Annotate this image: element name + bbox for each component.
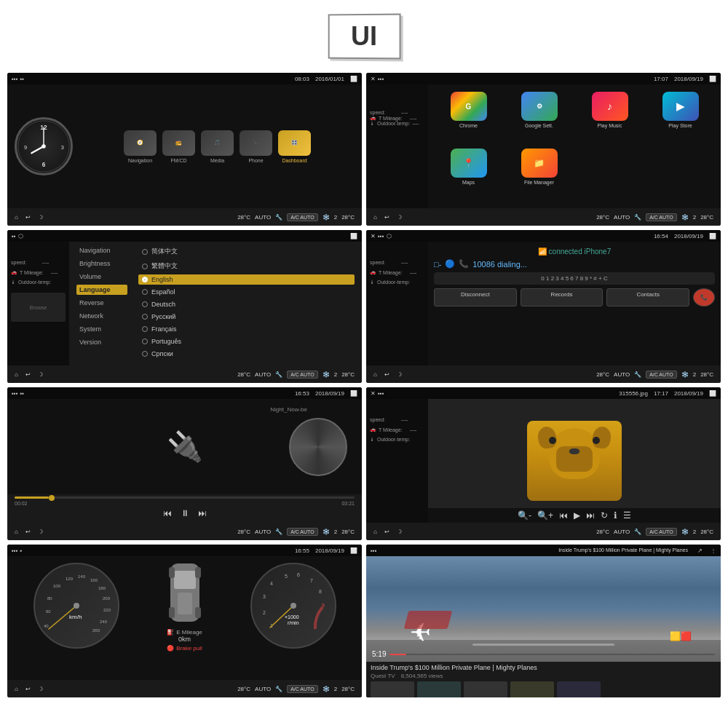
- home-icon-5[interactable]: ⌂: [15, 529, 18, 535]
- music-icon-app[interactable]: ♪ Play Music: [577, 92, 643, 144]
- svg-text:180: 180: [98, 586, 106, 590]
- bottom-bar-2: ⌂ ↩ ☽ 28°C AUTO 🔧 A/C AUTO ❄️ 2 28°C: [366, 208, 721, 226]
- phone-app-icon[interactable]: 📞 Phone: [240, 130, 272, 163]
- lang-simplified[interactable]: 简体中文: [138, 245, 355, 258]
- night-icon-3[interactable]: ☽: [38, 371, 43, 378]
- prev-img-btn[interactable]: ⏮: [559, 510, 568, 521]
- files-icon-app[interactable]: 📁 File Manager: [506, 149, 572, 201]
- play-img-btn[interactable]: ▶: [574, 510, 580, 521]
- play-pause-btn[interactable]: ⏸: [181, 508, 189, 518]
- back-icon-4[interactable]: ↩: [384, 371, 389, 378]
- screen-image: ✕ ▪▪▪ 315556.jpg 17:17 2018/09/19 ⬜ spee…: [366, 387, 721, 540]
- climate-4: 28°C AUTO 🔧 A/C AUTO ❄️ 2 28°C: [596, 371, 713, 379]
- back-icon-5[interactable]: ↩: [25, 529, 31, 535]
- lang-deutsch[interactable]: Deutsch: [138, 299, 355, 309]
- menu-volume[interactable]: Volume: [76, 272, 127, 282]
- next-img-btn[interactable]: ⏭: [586, 510, 595, 521]
- date-7: 2018/09/19: [315, 547, 344, 554]
- disconnect-btn[interactable]: Disconnect: [434, 288, 517, 306]
- suggested-thumb-1[interactable]: [371, 681, 414, 697]
- store-icon-app[interactable]: ▶ Play Store: [647, 92, 713, 144]
- end-call-btn[interactable]: 📞: [693, 288, 715, 306]
- video-progress-fill: [389, 654, 405, 655]
- contacts-btn[interactable]: Contacts: [606, 288, 689, 306]
- usb-icon: 🔌: [167, 430, 203, 464]
- night-icon-5[interactable]: ☽: [38, 529, 43, 535]
- home-icon-6[interactable]: ⌂: [373, 529, 377, 535]
- google-icon-app[interactable]: ⚙ Google Sett.: [506, 92, 572, 144]
- back-icon-2[interactable]: ↩: [384, 214, 389, 221]
- ac-label-3[interactable]: A/C AUTO: [287, 371, 318, 379]
- progress-fill: [15, 496, 49, 499]
- music-img: ♪: [592, 92, 628, 121]
- next-track-btn[interactable]: ⏭: [198, 508, 207, 518]
- back-icon-7[interactable]: ↩: [25, 686, 31, 692]
- night-icon-7[interactable]: ☽: [38, 686, 43, 692]
- home-icon-1[interactable]: ⌂: [15, 214, 18, 221]
- home-icon-3[interactable]: ⌂: [15, 371, 18, 378]
- menu-system[interactable]: System: [76, 324, 127, 334]
- lang-english[interactable]: · English: [138, 274, 355, 285]
- fmcd-app-icon[interactable]: 📻 FM/CD: [162, 130, 195, 163]
- climate-7: 28°C AUTO 🔧 A/C AUTO ❄️ 2 28°C: [237, 685, 355, 693]
- prev-track-btn[interactable]: ⏮: [163, 508, 172, 518]
- share-icon-8[interactable]: ↗: [697, 547, 703, 554]
- info-btn[interactable]: ℹ: [614, 510, 617, 521]
- dashboard-app-icon[interactable]: 🎛️ Dashboard: [278, 130, 311, 163]
- menu-network[interactable]: Network: [76, 311, 127, 321]
- zoom-out-btn[interactable]: 🔍-: [518, 510, 531, 521]
- night-icon-6[interactable]: ☽: [397, 529, 402, 535]
- night-icon-2[interactable]: ☽: [397, 214, 402, 221]
- night-icon-1[interactable]: ☽: [38, 214, 43, 221]
- lang-traditional[interactable]: 繁體中文: [138, 260, 355, 272]
- screen-language: ▪▪ ⬡ ⬜ speed: ---- 🚗 T Mileage: ----: [7, 230, 362, 383]
- chrome-icon-app[interactable]: G Chrome: [435, 92, 502, 144]
- night-icon-4[interactable]: ☽: [397, 371, 402, 378]
- ac-label-2[interactable]: A/C AUTO: [646, 213, 677, 221]
- more-icon-8[interactable]: ⋮: [711, 547, 716, 554]
- menu-navigation[interactable]: Navigation: [76, 245, 127, 256]
- menu-language[interactable]: Language: [76, 285, 127, 295]
- back-icon-1[interactable]: ↩: [25, 214, 31, 221]
- suggested-thumb-2[interactable]: [417, 681, 461, 697]
- lang-russian[interactable]: Русский: [138, 312, 355, 322]
- lang-espanol[interactable]: Español: [138, 287, 355, 297]
- media-app-icon[interactable]: 🎵 Media: [201, 130, 234, 163]
- suggested-thumb-3[interactable]: [464, 681, 507, 697]
- svg-line-5: [31, 146, 44, 153]
- list-btn[interactable]: ☰: [623, 510, 631, 521]
- ac-label-1[interactable]: A/C AUTO: [287, 213, 318, 221]
- menu-version[interactable]: Version: [76, 337, 127, 347]
- lang-radio-serbian: [142, 351, 148, 357]
- date-6: 2018/09/19: [674, 390, 703, 397]
- home-icon-4[interactable]: ⌂: [373, 371, 377, 378]
- phone-keypad: 0 1 2 3 4 5 6 7 8 9 * # + C: [434, 272, 715, 285]
- records-btn[interactable]: Records: [521, 288, 604, 306]
- lang-serbian[interactable]: Српски: [138, 349, 355, 359]
- auto-label-7: AUTO: [255, 686, 271, 692]
- mileage-row-6: 🚗 T Mileage: ----: [370, 427, 424, 432]
- nav-app-icon[interactable]: 🧭 Navigation: [124, 130, 157, 163]
- svg-text:220: 220: [103, 608, 111, 612]
- menu-reverse[interactable]: Reverse: [76, 298, 127, 308]
- mileage-row-2: 🚗 T Mileage: ----: [370, 115, 424, 121]
- back-icon-6[interactable]: ↩: [384, 529, 389, 535]
- fan-speed-5: 2: [334, 529, 337, 535]
- home-icon-7[interactable]: ⌂: [15, 686, 18, 692]
- suggested-thumb-5[interactable]: [557, 681, 601, 697]
- ac-label-4[interactable]: A/C AUTO: [646, 371, 677, 379]
- rotate-btn[interactable]: ↻: [601, 510, 608, 521]
- ac-label-5[interactable]: A/C AUTO: [287, 528, 318, 536]
- suggested-thumb-4[interactable]: [510, 681, 554, 697]
- home-icon-2[interactable]: ⌂: [373, 214, 377, 221]
- temp-right-2: 28°C: [700, 214, 713, 221]
- back-icon-3[interactable]: ↩: [25, 371, 31, 378]
- lang-portuguese[interactable]: Português: [138, 336, 355, 347]
- ac-label-6[interactable]: A/C AUTO: [646, 528, 677, 536]
- phone-icon-img: 📞: [240, 130, 272, 156]
- lang-french[interactable]: Français: [138, 324, 355, 334]
- maps-icon-app[interactable]: 📍 Maps: [435, 149, 502, 201]
- menu-brightness[interactable]: Brightness: [76, 258, 127, 269]
- ac-label-7[interactable]: A/C AUTO: [287, 685, 318, 693]
- zoom-in-btn[interactable]: 🔍+: [537, 510, 553, 521]
